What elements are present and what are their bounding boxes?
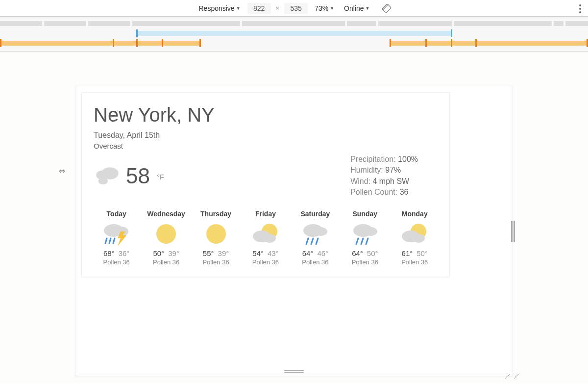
day-pollen: Pollen 36	[143, 258, 189, 266]
forecast-day: Monday 61°50°Pollen 36	[392, 210, 438, 266]
svg-point-11	[156, 224, 176, 244]
svg-line-19	[311, 238, 313, 244]
svg-rect-0	[382, 3, 391, 13]
svg-line-10	[113, 238, 115, 243]
svg-line-18	[306, 238, 308, 244]
wind-label: Wind:	[350, 177, 370, 185]
zoom-label: 73%	[315, 4, 328, 12]
day-temps: 64°50°	[342, 249, 388, 257]
day-name: Thursday	[193, 210, 239, 218]
breakpoint-row-blue	[0, 29, 588, 37]
weather-stats: Precipitation: 100% Humidity: 97% Wind: …	[350, 154, 438, 198]
humidity-label: Humidity:	[350, 166, 383, 174]
day-temps: 64°46°	[293, 249, 338, 257]
temp-unit: °F	[157, 173, 164, 181]
partly-sunny-icon	[392, 221, 438, 247]
dropdown-icon: ▼	[366, 6, 370, 11]
location-title: New York, NY	[94, 103, 438, 126]
svg-point-4	[98, 178, 108, 184]
resize-handle-corner-icon[interactable]: ⟋⟋	[503, 371, 520, 382]
breakpoint-row-orange	[0, 39, 588, 47]
forecast-day: Thursday 55°39°Pollen 36	[193, 210, 239, 266]
day-name: Monday	[392, 210, 438, 218]
pollen-value: 36	[400, 188, 409, 196]
forecast-day: Wednesday 50°39°Pollen 36	[143, 210, 189, 266]
precip-label: Precipitation:	[350, 155, 396, 163]
weather-card: New York, NY Tuesday, April 15th Overcas…	[81, 92, 450, 277]
resize-handle-bottom-icon[interactable]	[284, 370, 304, 373]
day-pollen: Pollen 36	[342, 258, 388, 266]
device-mode-select[interactable]: Responsive ▼	[196, 3, 243, 13]
day-temps: 61°50°	[392, 249, 438, 257]
throttle-label: Online	[344, 4, 364, 12]
date-line: Tuesday, April 15th	[94, 131, 438, 140]
precip-value: 100%	[398, 155, 418, 163]
breakpoint-ruler[interactable]	[0, 17, 588, 51]
svg-point-17	[315, 227, 327, 236]
breakpoint-row-grey	[0, 20, 588, 27]
rain-icon	[342, 221, 388, 247]
day-temps: 50°39°	[143, 249, 189, 257]
day-name: Sunday	[342, 210, 388, 218]
dropdown-icon: ▼	[330, 6, 334, 11]
svg-point-22	[365, 227, 377, 236]
svg-point-28	[412, 234, 425, 243]
day-pollen: Pollen 36	[243, 258, 288, 266]
day-temps: 68°36°	[94, 249, 139, 257]
day-pollen: Pollen 36	[193, 258, 239, 266]
wind-value: 4 mph SW	[372, 177, 409, 185]
forecast-day: Friday 54°43°Pollen 36	[243, 210, 288, 266]
day-name: Wednesday	[143, 210, 189, 218]
day-name: Today	[94, 210, 139, 218]
svg-line-8	[105, 238, 107, 243]
day-name: Friday	[243, 210, 288, 218]
viewport-height-input[interactable]	[284, 3, 308, 14]
svg-line-20	[316, 238, 318, 244]
rotate-icon[interactable]	[381, 2, 392, 14]
day-name: Saturday	[293, 210, 338, 218]
condition-label: Overcast	[94, 142, 438, 150]
throttle-select[interactable]: Online ▼	[341, 3, 372, 13]
device-mode-label: Responsive	[198, 4, 234, 12]
partly-sunny-icon	[243, 221, 288, 247]
scroll-indicator-icon[interactable]	[511, 221, 515, 242]
sunny-icon	[193, 221, 239, 247]
day-temps: 54°43°	[243, 249, 288, 257]
pollen-label: Pollen Count:	[350, 188, 397, 196]
viewport-width-input[interactable]	[247, 3, 271, 14]
svg-point-15	[263, 234, 276, 243]
device-frame: New York, NY Tuesday, April 15th Overcas…	[75, 86, 513, 376]
svg-point-12	[206, 224, 226, 244]
day-pollen: Pollen 36	[94, 258, 139, 266]
svg-line-9	[109, 238, 111, 243]
cloud-icon	[94, 164, 121, 188]
forecast-row: Today 68°36°Pollen 36Wednesday 50°39°Pol…	[94, 210, 438, 266]
day-temps: 55°39°	[193, 249, 239, 257]
rain-icon	[293, 221, 338, 247]
storm-icon	[94, 221, 139, 247]
day-pollen: Pollen 36	[392, 258, 438, 266]
current-temp: 58	[126, 164, 150, 188]
humidity-value: 97%	[385, 166, 401, 174]
day-pollen: Pollen 36	[293, 258, 338, 266]
more-options-icon[interactable]	[577, 2, 583, 15]
dropdown-icon: ▼	[236, 6, 241, 11]
sunny-icon	[143, 221, 189, 247]
device-stage: ⇔ New York, NY Tuesday, April 15th Overc…	[0, 51, 588, 384]
forecast-day: Sunday 64°50°Pollen 36	[342, 210, 388, 266]
svg-line-25	[366, 238, 368, 244]
svg-line-23	[356, 238, 358, 244]
zoom-select[interactable]: 73% ▼	[312, 3, 337, 13]
svg-line-24	[361, 238, 363, 244]
forecast-day: Saturday 64°46°Pollen 36	[293, 210, 338, 266]
dimension-separator: ×	[275, 4, 281, 12]
resize-handle-left-icon[interactable]: ⇔	[59, 166, 65, 176]
forecast-day: Today 68°36°Pollen 36	[94, 210, 139, 266]
device-toolbar: Responsive ▼ × 73% ▼ Online ▼	[0, 0, 588, 17]
